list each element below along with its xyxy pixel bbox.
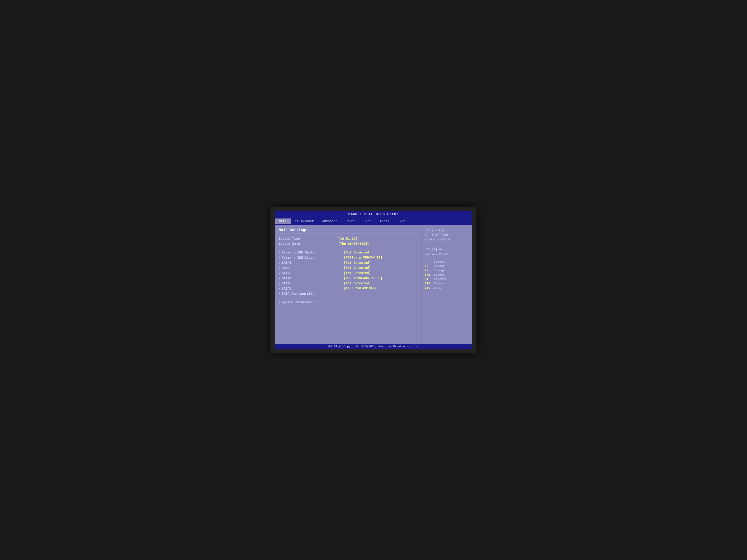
- key-row-1: ↑↓ Select: [425, 264, 470, 268]
- system-date-label: System Date: [279, 242, 338, 246]
- bios-title: M4A88T-M LE BIOS Setup: [348, 212, 399, 216]
- right-panel: Use [ENTER], or [SHIFT-TAB] select a fie…: [422, 225, 472, 344]
- device-label-1: ▶ Primary IDE Slave: [279, 256, 338, 260]
- help-line-1: Use [ENTER],: [425, 228, 470, 233]
- colon-6: :: [340, 282, 342, 285]
- key-row-2: +- Change: [425, 269, 470, 272]
- key-desc-2: Change: [434, 269, 445, 272]
- help-line-2: or [SHIFT-TAB]: [425, 233, 470, 237]
- key-desc-1: Select: [434, 264, 445, 268]
- device-row-7[interactable]: ▶ SATA6 : [ASUS DVD-E818A7]: [279, 287, 417, 291]
- device-value-7: [ASUS DVD-E818A7]: [344, 287, 377, 290]
- device-row-1[interactable]: ▶ Primary IDE Slave : [TSSTcorp CDDVDW T…: [279, 256, 417, 260]
- menu-item-tools[interactable]: Tools: [375, 218, 393, 224]
- key-desc-0: Select: [434, 260, 445, 264]
- arrow-icon-5: ▶: [279, 276, 280, 280]
- key-symbol-4: F1: [425, 277, 434, 281]
- arrow-icon-1: ▶: [279, 256, 280, 260]
- key-desc-5: Save an: [434, 282, 446, 285]
- footer-bar: v02.61 (C)Copyright 1985-2010, American …: [275, 344, 472, 349]
- device-value-2: [Not Detected]: [344, 261, 371, 265]
- arrow-icon-4: ▶: [279, 271, 280, 275]
- key-row-3: Tab Select: [425, 273, 470, 276]
- menu-item-main[interactable]: Main: [275, 218, 291, 224]
- menu-item-power[interactable]: Power: [342, 218, 360, 224]
- footer-text: v02.61 (C)Copyright 1985-2010, American …: [327, 345, 419, 348]
- device-label-8: ▶ SATA Configuration: [279, 292, 338, 296]
- divider: [279, 234, 417, 234]
- arrow-icon-3: ▶: [279, 266, 280, 270]
- menu-bar: Main Ai Tweaker Advanced Power Boot Tool…: [275, 217, 472, 225]
- device-value-4: [Not Detected]: [344, 271, 371, 275]
- key-symbol-0: ↔: [425, 260, 434, 264]
- key-row-6: ESC Exit: [425, 286, 470, 290]
- colon-1: :: [340, 256, 342, 260]
- device-value-6: [Not Detected]: [344, 282, 371, 285]
- key-row-5: F10 Save an: [425, 282, 470, 285]
- left-panel: Main Settings System Time [16:51:12] Sys…: [275, 225, 422, 344]
- device-value-3: [Not Detected]: [344, 266, 371, 270]
- key-row-0: ↔ Select: [425, 260, 470, 264]
- device-row-9[interactable]: ▶ System Information: [279, 300, 417, 304]
- help-line-4: Use [+] or [-]: [425, 247, 470, 252]
- system-date-value: [Thu 06/05/2014]: [338, 242, 369, 246]
- device-value-1: [TSSTcorp CDDVDW TS]: [344, 256, 382, 260]
- device-row-8[interactable]: ▶ SATA Configuration: [279, 292, 417, 296]
- device-value-0: [Not Detected]: [344, 251, 371, 255]
- system-time-value: [16:51:12]: [338, 237, 358, 241]
- colon-5: :: [340, 276, 342, 280]
- colon-3: :: [340, 266, 342, 270]
- key-symbol-5: F10: [425, 282, 434, 285]
- device-value-5: [WDC WD10EARS-003BB]: [344, 276, 382, 280]
- device-row-6[interactable]: ▶ SATA5 : [Not Detected]: [279, 282, 417, 286]
- arrow-icon-8: ▶: [279, 292, 280, 295]
- menu-item-boot[interactable]: Boot: [360, 218, 376, 224]
- menu-item-ai-tweaker[interactable]: Ai Tweaker: [291, 218, 318, 224]
- device-label-0: ▶ Primary IDE Master: [279, 251, 338, 255]
- key-symbol-6: ESC: [425, 286, 434, 290]
- help-line-5: configure sys.: [425, 251, 470, 257]
- colon-0: :: [340, 251, 342, 255]
- key-desc-4: General: [434, 277, 446, 281]
- key-row-4: F1 General: [425, 277, 470, 281]
- key-desc-6: Exit: [434, 286, 441, 290]
- help-text: Use [ENTER], or [SHIFT-TAB] select a fie…: [425, 228, 470, 257]
- bios-screen: M4A88T-M LE BIOS Setup Main Ai Tweaker A…: [275, 211, 472, 349]
- content-wrapper: Main Settings System Time [16:51:12] Sys…: [275, 225, 472, 344]
- arrow-icon-2: ▶: [279, 261, 280, 265]
- device-row-0[interactable]: ▶ Primary IDE Master : [Not Detected]: [279, 251, 417, 255]
- colon-2: :: [340, 261, 342, 265]
- device-row-3[interactable]: ▶ SATA2 : [Not Detected]: [279, 266, 417, 270]
- device-label-5: ▶ SATA4: [279, 276, 338, 280]
- key-desc-3: Select: [434, 273, 445, 276]
- device-label-3: ▶ SATA2: [279, 266, 338, 270]
- device-label-6: ▶ SATA5: [279, 282, 338, 285]
- device-label-2: ▶ SATA1: [279, 261, 338, 265]
- device-label-9: ▶ System Information: [279, 300, 338, 304]
- key-symbol-1: ↑↓: [425, 264, 434, 268]
- help-line-3: select a field.: [425, 237, 470, 242]
- colon-7: :: [340, 287, 342, 290]
- device-row-5[interactable]: ▶ SATA4 : [WDC WD10EARS-003BB]: [279, 276, 417, 280]
- arrow-icon-9: ▶: [279, 300, 280, 304]
- key-symbol-2: +-: [425, 269, 434, 272]
- key-symbol-3: Tab: [425, 273, 434, 276]
- arrow-icon-6: ▶: [279, 282, 280, 285]
- section-title: Main Settings: [279, 228, 417, 232]
- arrow-icon-7: ▶: [279, 287, 280, 290]
- system-time-row[interactable]: System Time [16:51:12]: [279, 237, 417, 241]
- monitor: M4A88T-M LE BIOS Setup Main Ai Tweaker A…: [271, 207, 476, 353]
- system-date-row[interactable]: System Date [Thu 06/05/2014]: [279, 242, 417, 246]
- title-bar: M4A88T-M LE BIOS Setup: [275, 211, 472, 217]
- colon-4: :: [340, 271, 342, 275]
- system-time-label: System Time: [279, 237, 338, 241]
- device-label-4: ▶ SATA3: [279, 271, 338, 275]
- device-row-4[interactable]: ▶ SATA3 : [Not Detected]: [279, 271, 417, 275]
- device-label-7: ▶ SATA6: [279, 287, 338, 291]
- device-row-2[interactable]: ▶ SATA1 : [Not Detected]: [279, 261, 417, 265]
- arrow-icon-0: ▶: [279, 251, 280, 255]
- menu-item-exit[interactable]: Exit: [393, 218, 409, 224]
- menu-item-advanced[interactable]: Advanced: [318, 218, 342, 224]
